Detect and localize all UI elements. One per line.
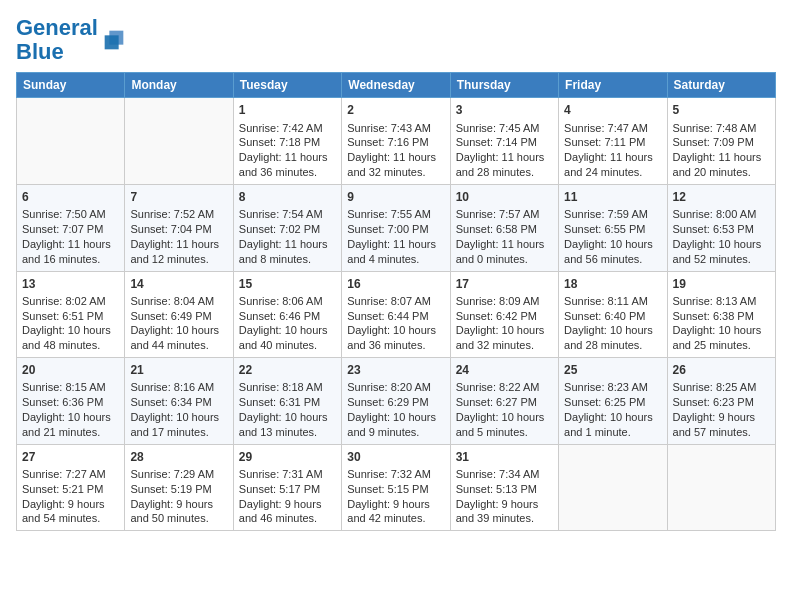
cell-content: Sunrise: 7:47 AM [564, 121, 661, 136]
cell-content: Sunset: 5:15 PM [347, 482, 444, 497]
day-number: 24 [456, 362, 553, 378]
cell-content: Daylight: 10 hours and 28 minutes. [564, 323, 661, 353]
cell-content: Daylight: 10 hours and 5 minutes. [456, 410, 553, 440]
calendar-cell: 14Sunrise: 8:04 AMSunset: 6:49 PMDayligh… [125, 271, 233, 358]
calendar-cell: 21Sunrise: 8:16 AMSunset: 6:34 PMDayligh… [125, 358, 233, 445]
calendar-week-row: 13Sunrise: 8:02 AMSunset: 6:51 PMDayligh… [17, 271, 776, 358]
calendar-cell [125, 98, 233, 185]
cell-content: Sunrise: 8:25 AM [673, 380, 770, 395]
cell-content: Sunset: 7:04 PM [130, 222, 227, 237]
day-number: 18 [564, 276, 661, 292]
calendar-cell: 24Sunrise: 8:22 AMSunset: 6:27 PMDayligh… [450, 358, 558, 445]
calendar-cell: 18Sunrise: 8:11 AMSunset: 6:40 PMDayligh… [559, 271, 667, 358]
day-number: 12 [673, 189, 770, 205]
cell-content: Daylight: 9 hours and 57 minutes. [673, 410, 770, 440]
cell-content: Sunset: 5:19 PM [130, 482, 227, 497]
calendar-cell: 20Sunrise: 8:15 AMSunset: 6:36 PMDayligh… [17, 358, 125, 445]
cell-content: Sunrise: 8:20 AM [347, 380, 444, 395]
calendar-cell: 9Sunrise: 7:55 AMSunset: 7:00 PMDaylight… [342, 184, 450, 271]
day-header: Monday [125, 73, 233, 98]
calendar-cell: 6Sunrise: 7:50 AMSunset: 7:07 PMDaylight… [17, 184, 125, 271]
calendar-cell [17, 98, 125, 185]
cell-content: Sunset: 7:07 PM [22, 222, 119, 237]
cell-content: Daylight: 11 hours and 32 minutes. [347, 150, 444, 180]
calendar-cell: 7Sunrise: 7:52 AMSunset: 7:04 PMDaylight… [125, 184, 233, 271]
cell-content: Daylight: 10 hours and 52 minutes. [673, 237, 770, 267]
day-number: 27 [22, 449, 119, 465]
cell-content: Daylight: 9 hours and 42 minutes. [347, 497, 444, 527]
page-header: General Blue [16, 16, 776, 64]
day-number: 7 [130, 189, 227, 205]
cell-content: Sunset: 6:23 PM [673, 395, 770, 410]
day-header: Tuesday [233, 73, 341, 98]
cell-content: Sunrise: 8:00 AM [673, 207, 770, 222]
day-number: 30 [347, 449, 444, 465]
calendar-cell: 29Sunrise: 7:31 AMSunset: 5:17 PMDayligh… [233, 444, 341, 531]
cell-content: Sunrise: 7:42 AM [239, 121, 336, 136]
cell-content: Sunrise: 8:18 AM [239, 380, 336, 395]
day-number: 13 [22, 276, 119, 292]
day-number: 6 [22, 189, 119, 205]
cell-content: Sunset: 6:46 PM [239, 309, 336, 324]
cell-content: Sunrise: 8:13 AM [673, 294, 770, 309]
logo-text: General Blue [16, 16, 98, 64]
calendar-cell: 13Sunrise: 8:02 AMSunset: 6:51 PMDayligh… [17, 271, 125, 358]
day-number: 8 [239, 189, 336, 205]
cell-content: Sunset: 7:14 PM [456, 135, 553, 150]
cell-content: Sunrise: 8:06 AM [239, 294, 336, 309]
cell-content: Daylight: 11 hours and 16 minutes. [22, 237, 119, 267]
svg-marker-1 [105, 36, 119, 50]
cell-content: Sunrise: 8:15 AM [22, 380, 119, 395]
day-header: Saturday [667, 73, 775, 98]
cell-content: Daylight: 10 hours and 21 minutes. [22, 410, 119, 440]
cell-content: Daylight: 10 hours and 56 minutes. [564, 237, 661, 267]
day-number: 2 [347, 102, 444, 118]
cell-content: Daylight: 10 hours and 9 minutes. [347, 410, 444, 440]
cell-content: Sunrise: 7:45 AM [456, 121, 553, 136]
cell-content: Daylight: 10 hours and 40 minutes. [239, 323, 336, 353]
calendar-cell: 30Sunrise: 7:32 AMSunset: 5:15 PMDayligh… [342, 444, 450, 531]
cell-content: Sunset: 6:53 PM [673, 222, 770, 237]
cell-content: Daylight: 11 hours and 8 minutes. [239, 237, 336, 267]
cell-content: Sunset: 6:38 PM [673, 309, 770, 324]
cell-content: Sunset: 5:21 PM [22, 482, 119, 497]
calendar-cell: 5Sunrise: 7:48 AMSunset: 7:09 PMDaylight… [667, 98, 775, 185]
day-number: 16 [347, 276, 444, 292]
day-number: 5 [673, 102, 770, 118]
day-number: 22 [239, 362, 336, 378]
cell-content: Sunrise: 7:50 AM [22, 207, 119, 222]
cell-content: Sunrise: 7:57 AM [456, 207, 553, 222]
cell-content: Sunset: 6:44 PM [347, 309, 444, 324]
calendar-body: 1Sunrise: 7:42 AMSunset: 7:18 PMDaylight… [17, 98, 776, 531]
cell-content: Sunrise: 7:54 AM [239, 207, 336, 222]
cell-content: Daylight: 11 hours and 20 minutes. [673, 150, 770, 180]
calendar-cell: 28Sunrise: 7:29 AMSunset: 5:19 PMDayligh… [125, 444, 233, 531]
cell-content: Sunset: 6:25 PM [564, 395, 661, 410]
day-number: 29 [239, 449, 336, 465]
day-number: 10 [456, 189, 553, 205]
cell-content: Daylight: 10 hours and 36 minutes. [347, 323, 444, 353]
cell-content: Sunrise: 8:23 AM [564, 380, 661, 395]
cell-content: Daylight: 9 hours and 50 minutes. [130, 497, 227, 527]
calendar-week-row: 27Sunrise: 7:27 AMSunset: 5:21 PMDayligh… [17, 444, 776, 531]
cell-content: Daylight: 10 hours and 25 minutes. [673, 323, 770, 353]
calendar-cell: 19Sunrise: 8:13 AMSunset: 6:38 PMDayligh… [667, 271, 775, 358]
cell-content: Sunrise: 7:29 AM [130, 467, 227, 482]
cell-content: Daylight: 10 hours and 1 minute. [564, 410, 661, 440]
calendar-week-row: 20Sunrise: 8:15 AMSunset: 6:36 PMDayligh… [17, 358, 776, 445]
cell-content: Sunrise: 8:11 AM [564, 294, 661, 309]
day-header: Sunday [17, 73, 125, 98]
day-number: 11 [564, 189, 661, 205]
cell-content: Sunset: 7:09 PM [673, 135, 770, 150]
cell-content: Sunrise: 7:31 AM [239, 467, 336, 482]
day-number: 31 [456, 449, 553, 465]
cell-content: Sunset: 5:17 PM [239, 482, 336, 497]
cell-content: Sunrise: 7:34 AM [456, 467, 553, 482]
logo: General Blue [16, 16, 128, 64]
cell-content: Sunset: 7:02 PM [239, 222, 336, 237]
day-number: 3 [456, 102, 553, 118]
cell-content: Sunrise: 8:04 AM [130, 294, 227, 309]
cell-content: Sunset: 6:29 PM [347, 395, 444, 410]
day-number: 9 [347, 189, 444, 205]
cell-content: Sunset: 7:16 PM [347, 135, 444, 150]
